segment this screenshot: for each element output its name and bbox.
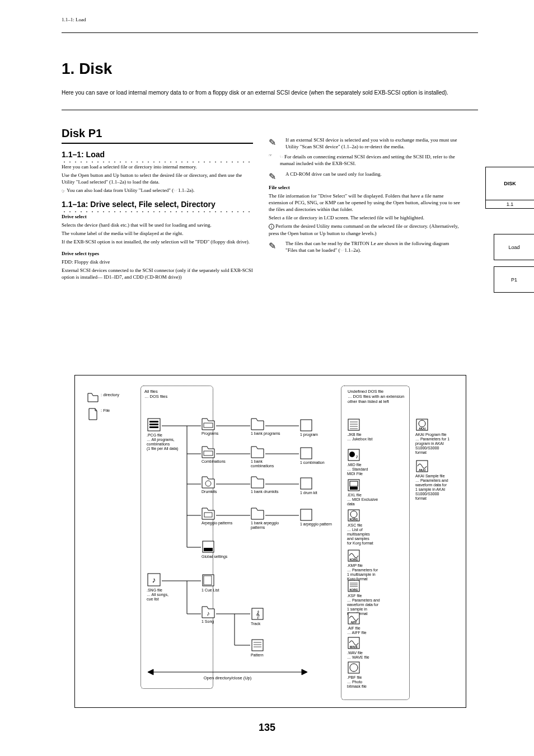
file-icon: ♪: [147, 572, 161, 587]
node-pbf: .PBF file … Photo bitmask file: [347, 661, 397, 689]
paragraph: External SCSI devices connected to the S…: [62, 267, 253, 280]
svg-rect-3: [149, 424, 158, 425]
paragraph: FDD: Floppy disk drive: [62, 259, 253, 265]
svg-text:♪: ♪: [152, 575, 156, 584]
subsection-heading: 1.1–1a: Drive select, File select, Direc…: [62, 199, 253, 211]
node-ksc: KORG.KSC file … List of multisamples and…: [347, 509, 403, 546]
reference-block: ☞ ☞For details on connecting external SC…: [269, 153, 460, 167]
paragraph: The volume label of the media will be di…: [62, 230, 253, 237]
reference-icon: ☞: [269, 153, 272, 158]
svg-rect-18: [252, 640, 263, 651]
note-block: ✎ A CD-ROM drive can be used only for lo…: [269, 171, 460, 177]
node-akai-sample: AKAIAKAI Sample file … Parameters and wa…: [415, 459, 463, 501]
note-text: A CD-ROM drive can be used only for load…: [285, 171, 382, 177]
reference-text: ☞For details on connecting external SCSI…: [280, 154, 455, 166]
node-pattern: Pattern: [251, 638, 264, 658]
top-rule: [62, 32, 478, 33]
svg-rect-4: [149, 426, 158, 428]
svg-rect-25: [301, 509, 312, 520]
page-title: 1. Disk: [62, 60, 112, 78]
side-tab-group: DISK 1.1: [485, 167, 534, 209]
file-hierarchy-diagram: : directory : File All files … DOS files…: [74, 375, 466, 708]
file-icon: [147, 417, 161, 432]
node-1combination: 1 combination: [300, 447, 325, 465]
node-sng-file: ♪ .SNG file … All songs, cue list: [147, 572, 168, 602]
node-arpeggio-dir: Arpeggio patterns: [202, 508, 237, 525]
node-akai-program: AKAIAKAI Program file … Parameters for 1…: [415, 418, 463, 455]
node-1program: 1 program: [300, 419, 318, 437]
note-icon: ✎: [269, 137, 276, 149]
svg-rect-24: [301, 478, 312, 489]
node-track: 𝄞Track: [251, 607, 264, 626]
note-text: The files that can be read by the TRITON…: [285, 241, 449, 253]
field-label: File select: [269, 184, 460, 191]
node-aif: AIFF.AIF file … AIFF file: [347, 612, 397, 635]
svg-text:𝄞: 𝄞: [256, 611, 260, 619]
node-song-dir: ♪1 Song: [202, 606, 215, 624]
paragraph: Selects the device (hard disk etc.) that…: [62, 222, 253, 228]
svg-text:AKAI: AKAI: [419, 427, 426, 430]
paragraph: Use the Open button and Up button to sel…: [62, 172, 253, 185]
node-cuelist: 1 Cue List: [202, 574, 219, 593]
svg-text:KORG: KORG: [350, 518, 358, 521]
node-ksf: KORG.KSF file … Parameters and waveform …: [347, 579, 403, 616]
svg-rect-22: [301, 420, 312, 431]
node-programs-dir: Programs: [202, 418, 218, 436]
node-combi-bank: 1 bank combinations: [251, 446, 285, 468]
side-tab: 1.1: [486, 200, 534, 208]
side-tab-main: DISK: [486, 167, 534, 200]
node-drumkits-dir: Drumkits: [202, 476, 217, 494]
svg-text:KORG: KORG: [350, 588, 358, 591]
svg-rect-13: [203, 575, 214, 586]
page-number: 135: [0, 722, 534, 734]
tab-load[interactable]: Load: [494, 234, 534, 260]
node-prog-bank: 1 bank programs: [251, 418, 285, 436]
note-block: ✎ If an external SCSI device is selected…: [269, 137, 460, 150]
paragraph: If the EXB-SCSI option is not installed,…: [62, 238, 253, 245]
field-label: Drive select types: [62, 250, 253, 257]
svg-text:KORG: KORG: [350, 558, 358, 561]
note-text: If an external SCSI device is selected a…: [285, 137, 457, 149]
note-icon: ✎: [269, 240, 276, 252]
paragraph: The file information for "Drive Select" …: [269, 192, 460, 213]
svg-point-32: [349, 452, 355, 457]
node-exl: .EXL file … MIDI Exclusive data: [347, 478, 397, 506]
node-jkb: .JKB file … Jukebox list: [347, 418, 397, 442]
subsection-heading: 1.1–1: Load: [62, 149, 253, 161]
numbered-step: 1 Perform the desired Utility menu comma…: [269, 223, 460, 236]
svg-text:WAVE: WAVE: [350, 645, 358, 649]
svg-text:AKAI: AKAI: [419, 468, 426, 472]
node-arp-bank: 1 bank arpeggio patterns: [251, 508, 291, 530]
node-1drumkit: 1 drum kit: [300, 477, 317, 495]
node-kmp: KORG.KMP file … Parameters for 1 multisa…: [347, 549, 403, 581]
paragraph: Select a file or directory in LCD screen…: [269, 214, 460, 221]
node-wav: WAVE.WAV file … WAVE file: [347, 636, 397, 660]
node-pcg-file: .PCG file … All programs, combinations (…: [147, 417, 178, 451]
node-drum-bank: 1 bank drumkits: [251, 476, 285, 494]
svg-text:AIFF: AIFF: [350, 621, 357, 624]
node-mid: ♪.MID file … Standard MIDI File: [347, 448, 397, 476]
node-1arpeggio: 1 arpeggio pattern: [300, 509, 334, 527]
node-combinations-dir: Combinations: [202, 446, 226, 464]
section-heading: Disk P1: [62, 126, 253, 144]
svg-text:♪: ♪: [355, 453, 358, 459]
svg-rect-23: [301, 448, 312, 459]
page-subtitle: Here you can save or load internal memor…: [62, 90, 478, 96]
node-global: Global settings: [202, 540, 227, 559]
right-tabs: Load P1: [494, 234, 534, 299]
svg-rect-12: [204, 548, 213, 551]
svg-rect-2: [149, 421, 158, 422]
note-block: ✎ The files that can be read by the TRIT…: [269, 240, 460, 253]
arrow-label: Open directory/close (Up): [148, 675, 307, 680]
note-icon: ✎: [269, 171, 276, 183]
title-rule: [62, 110, 478, 110]
running-head: 1.1–1: Load: [62, 17, 86, 22]
paragraph: ☞ You can also load data from Utility "L…: [62, 187, 253, 195]
svg-rect-36: [350, 487, 358, 490]
svg-text:♪: ♪: [207, 610, 210, 617]
tab-p1[interactable]: P1: [494, 266, 534, 293]
